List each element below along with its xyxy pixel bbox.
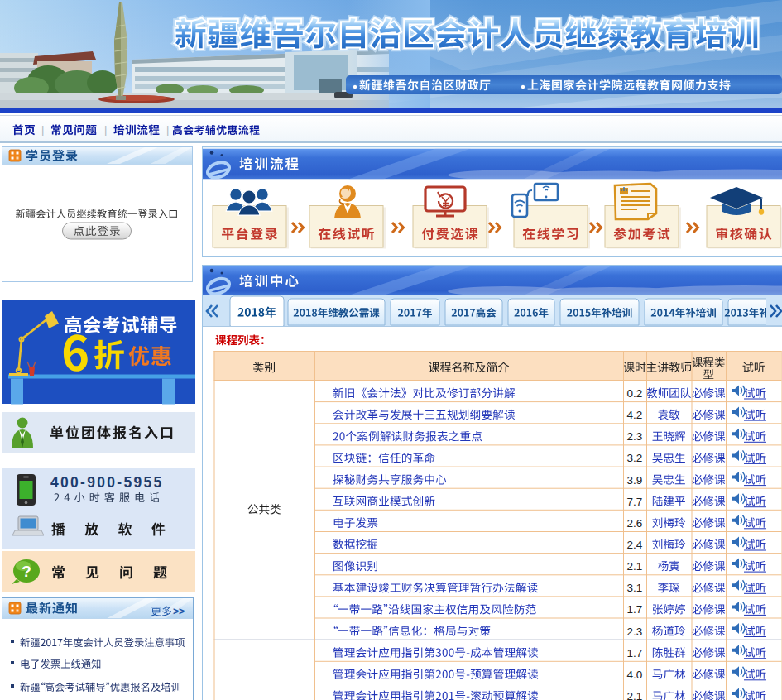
svg-text:2.6: 2.6 [627, 517, 643, 530]
svg-text:2.4: 2.4 [627, 539, 643, 551]
svg-text:2.1: 2.1 [627, 690, 643, 700]
svg-text:1.7: 1.7 [627, 647, 643, 659]
svg-text:|: | [104, 123, 107, 136]
svg-text:3.2: 3.2 [627, 452, 643, 464]
svg-text:7.7: 7.7 [627, 496, 643, 508]
svg-text:3.9: 3.9 [627, 474, 643, 487]
svg-text:>>: >> [173, 606, 185, 617]
svg-text:|: | [41, 123, 44, 136]
svg-text:?: ? [22, 563, 31, 580]
svg-text:4.0: 4.0 [627, 669, 643, 681]
svg-text:3.1: 3.1 [627, 582, 643, 594]
svg-text:1.7: 1.7 [627, 603, 643, 616]
svg-text:|: | [166, 123, 169, 136]
svg-text:400-900-5955: 400-900-5955 [50, 474, 164, 491]
svg-text:2.1: 2.1 [627, 560, 643, 573]
svg-text:2.3: 2.3 [627, 430, 643, 443]
svg-text:2.3: 2.3 [627, 626, 643, 638]
svg-text:4.2: 4.2 [627, 409, 643, 421]
svg-text:0.2: 0.2 [627, 387, 643, 400]
